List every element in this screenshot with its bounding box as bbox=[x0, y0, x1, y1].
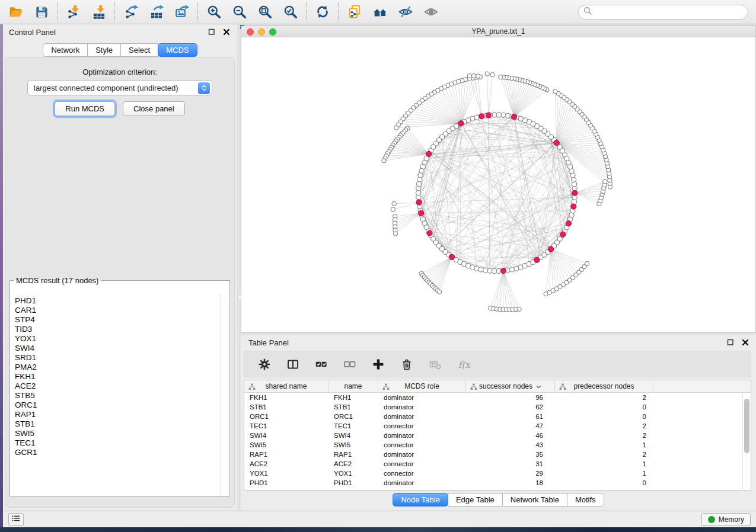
mcds-result-item[interactable]: STP4 bbox=[15, 315, 220, 325]
tab-style[interactable]: Style bbox=[87, 43, 121, 57]
zoom-in-icon[interactable] bbox=[206, 4, 222, 20]
zoom-window-icon[interactable] bbox=[269, 28, 276, 36]
table-cell[interactable]: RAP1 bbox=[328, 450, 378, 459]
search-input[interactable] bbox=[595, 8, 743, 16]
import-table-icon[interactable] bbox=[91, 4, 107, 20]
network-canvas[interactable] bbox=[241, 38, 755, 332]
mcds-result-item[interactable]: STB1 bbox=[15, 419, 220, 429]
hide-selected-icon[interactable] bbox=[397, 4, 413, 20]
table-cell[interactable]: 18 bbox=[466, 478, 555, 488]
table-row[interactable]: ACE2ACE2connector311 bbox=[244, 459, 751, 469]
table-cell[interactable]: connector bbox=[378, 421, 466, 431]
mcds-result-item[interactable]: GCR1 bbox=[15, 448, 220, 457]
close-panel-icon[interactable] bbox=[222, 27, 231, 37]
table-row[interactable]: PHD1PHD1dominator180 bbox=[244, 478, 751, 488]
task-history-button[interactable] bbox=[8, 513, 24, 526]
table-cell[interactable]: dominator bbox=[378, 402, 466, 412]
mcds-result-item[interactable]: SRD1 bbox=[15, 353, 220, 363]
table-cell[interactable]: 2 bbox=[555, 421, 653, 431]
table-cell[interactable]: 0 bbox=[555, 478, 653, 488]
table-cell[interactable]: FKH1 bbox=[328, 393, 378, 402]
table-cell[interactable]: dominator bbox=[378, 412, 466, 421]
mcds-result-item[interactable]: TID3 bbox=[15, 325, 220, 334]
table-cell[interactable]: SWI4 bbox=[328, 431, 378, 440]
mcds-result-item[interactable]: SWI5 bbox=[15, 429, 220, 438]
open-session-icon[interactable] bbox=[8, 4, 24, 20]
table-cell[interactable]: YOX1 bbox=[328, 469, 378, 478]
search-box[interactable] bbox=[578, 5, 748, 20]
table-cell[interactable]: dominator bbox=[378, 450, 466, 459]
mcds-result-item[interactable]: STB5 bbox=[15, 391, 220, 400]
table-row[interactable]: SWI4SWI4dominator462 bbox=[244, 431, 751, 440]
first-neighbors-icon[interactable] bbox=[372, 4, 388, 20]
column-header-name[interactable]: name bbox=[328, 380, 378, 392]
table-cell[interactable]: ORC1 bbox=[244, 412, 328, 421]
table-cell[interactable]: ACE2 bbox=[328, 459, 378, 469]
sort-desc-icon[interactable] bbox=[536, 382, 541, 390]
table-row[interactable]: RAP1RAP1dominator352 bbox=[244, 450, 751, 459]
table-cell[interactable]: TEC1 bbox=[328, 421, 378, 431]
table-cell[interactable]: STB1 bbox=[328, 402, 378, 412]
table-cell[interactable]: ORC1 bbox=[328, 412, 378, 421]
network-graph[interactable] bbox=[241, 38, 755, 332]
clone-network-icon[interactable] bbox=[346, 4, 362, 20]
table-cell[interactable]: 1 bbox=[555, 440, 653, 450]
show-all-icon[interactable] bbox=[423, 4, 439, 20]
table-cell[interactable]: 0 bbox=[555, 412, 653, 421]
tab-select[interactable]: Select bbox=[120, 43, 158, 57]
table-cell[interactable]: TEC1 bbox=[244, 421, 328, 431]
zoom-out-icon[interactable] bbox=[231, 4, 247, 20]
tab-edge-table[interactable]: Edge Table bbox=[448, 493, 503, 507]
close-window-icon[interactable] bbox=[247, 28, 254, 36]
tab-network-table[interactable]: Network Table bbox=[502, 493, 567, 507]
mcds-result-item[interactable]: CAR1 bbox=[15, 306, 220, 315]
table-cell[interactable]: 1 bbox=[555, 459, 653, 469]
table-cell[interactable]: 35 bbox=[466, 450, 555, 459]
table-cell[interactable]: dominator bbox=[378, 478, 466, 488]
import-network-icon[interactable] bbox=[65, 4, 81, 20]
node-table[interactable]: shared namenameMCDS rolesuccessor nodesp… bbox=[244, 380, 751, 491]
table-cell[interactable]: PHD1 bbox=[328, 478, 378, 488]
mcds-result-item[interactable]: SWI4 bbox=[15, 344, 220, 353]
column-header-MCDS-role[interactable]: MCDS role bbox=[378, 380, 466, 392]
table-cell[interactable]: dominator bbox=[378, 431, 466, 440]
table-cell[interactable]: 46 bbox=[466, 431, 555, 440]
mcds-result-item[interactable]: TEC1 bbox=[15, 438, 220, 448]
table-cell[interactable]: 62 bbox=[466, 402, 555, 412]
table-row[interactable]: ORC1ORC1dominator610 bbox=[244, 412, 751, 421]
table-cell[interactable]: dominator bbox=[378, 393, 466, 402]
mcds-result-item[interactable]: PMA2 bbox=[15, 363, 220, 372]
mcds-result-item[interactable]: YOX1 bbox=[15, 334, 220, 344]
table-row[interactable]: SWI5SWI5connector431 bbox=[244, 440, 751, 450]
tab-network[interactable]: Network bbox=[43, 43, 88, 57]
table-cell[interactable]: SWI5 bbox=[328, 440, 378, 450]
select-all-columns-icon[interactable] bbox=[314, 357, 328, 371]
mcds-result-item[interactable]: ACE2 bbox=[15, 382, 220, 391]
mcds-result-scrollbar[interactable] bbox=[220, 294, 229, 495]
run-mcds-button[interactable]: Run MCDS bbox=[55, 101, 115, 116]
table-cell[interactable]: connector bbox=[378, 469, 466, 478]
zoom-fit-icon[interactable] bbox=[257, 4, 273, 20]
table-cell[interactable]: 47 bbox=[466, 421, 555, 431]
column-header-predecessor-nodes[interactable]: predecessor nodes bbox=[555, 380, 653, 392]
export-image-icon[interactable] bbox=[174, 4, 190, 20]
deselect-all-columns-icon[interactable] bbox=[343, 357, 356, 371]
close-panel-button[interactable]: Close panel bbox=[123, 101, 185, 116]
float-panel-icon[interactable] bbox=[207, 27, 216, 37]
save-session-icon[interactable] bbox=[33, 4, 49, 20]
table-cell[interactable]: 61 bbox=[466, 412, 555, 421]
network-titlebar[interactable]: YPA_prune.txt_1 bbox=[241, 26, 755, 37]
table-cell[interactable]: connector bbox=[378, 440, 466, 450]
export-table-icon[interactable] bbox=[148, 4, 164, 20]
tab-mcds[interactable]: MCDS bbox=[158, 43, 197, 57]
table-cell[interactable]: YOX1 bbox=[244, 469, 328, 478]
table-row[interactable]: STB1STB1dominator620 bbox=[244, 402, 751, 412]
zoom-selected-icon[interactable] bbox=[282, 4, 298, 20]
tab-node-table[interactable]: Node Table bbox=[393, 493, 448, 507]
table-cell[interactable]: 29 bbox=[466, 469, 555, 478]
table-cell[interactable]: connector bbox=[378, 459, 466, 469]
table-cell[interactable]: RAP1 bbox=[244, 450, 328, 459]
table-row[interactable]: TEC1TEC1connector472 bbox=[244, 421, 751, 431]
table-cell[interactable]: 1 bbox=[555, 469, 653, 478]
apply-layout-icon[interactable] bbox=[314, 4, 330, 20]
